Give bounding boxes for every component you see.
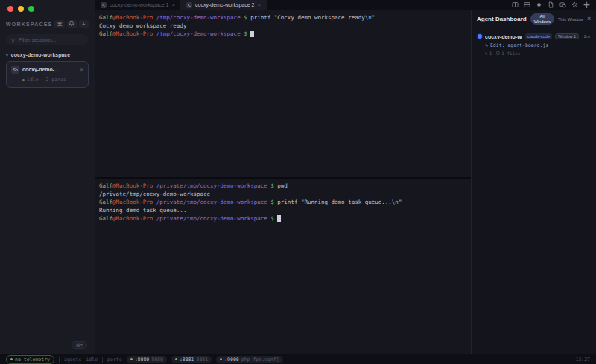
port-number: :9000 [224,357,239,363]
status-separator [102,357,103,363]
pencil-icon: ✎ [485,51,488,56]
port-badge-8081[interactable]: :8081 8081 [171,356,212,363]
workspaces-sidebar: WORKSPACES ⌘ + ▾ cocxy-demo-workspace Sh… [0,0,95,354]
agents-state: idle [86,357,98,363]
ports-label: ports [107,357,122,363]
port-badge-8080[interactable]: :8080 8080 [127,356,167,363]
zoom-window-button[interactable] [28,6,34,12]
close-session-icon[interactable]: × [80,67,83,73]
terminal-text-segment: Cocxy demo workspace ready [99,22,186,29]
edits-stat: ✎ 1 [485,51,492,56]
terminal-text-segment: @MacBook-Pro [112,199,153,205]
popout-window-button[interactable] [559,1,566,8]
terminal-line: Galf@MacBook-Pro /tmp/cocxy-demo-workspa… [99,30,471,38]
terminal-text-segment: @MacBook-Pro [112,14,153,21]
terminal-text-segment: Galf [99,199,112,205]
port-status-dot [220,358,222,360]
filter-sessions-box[interactable] [6,34,89,45]
theme-sun-button[interactable] [571,1,578,8]
close-window-button[interactable] [7,6,13,12]
terminal-text-segment: printf "Running demo task queue... [277,199,392,205]
terminal-cursor [277,215,281,222]
tab-close-icon[interactable]: × [257,2,261,8]
clock: 13:27 [575,357,590,363]
terminal-line: Cocxy demo workspace ready [99,22,471,30]
port-detail: 8081 [197,357,209,363]
terminal-cursor [250,31,254,37]
split-vertical-button[interactable] [512,1,519,8]
terminal-text-segment: pwd [277,182,288,189]
agent-list-item[interactable]: cocxy-demo-wo... claude-code Window 1 2m… [472,28,596,61]
agent-activity: Edit: agent-board.js [490,42,548,48]
filter-this-window-button[interactable]: This Window [558,17,583,22]
sidebar-footer: ⌘? [0,336,95,354]
agent-name: cocxy-demo-wo... [485,34,522,39]
document-button[interactable] [548,1,554,8]
tab-close-icon[interactable]: × [171,2,175,8]
agents-label: agents [64,357,81,363]
terminal-text-segment: @MacBook-Pro [112,215,153,222]
terminal-text-segment: /tmp/cocxy-demo-workspace [153,31,240,37]
session-card[interactable]: Sh cocxy-demo-... × idle · 2 panes [6,61,89,88]
minimize-window-button[interactable] [18,6,24,12]
close-panel-icon[interactable]: × [587,16,591,22]
terminal-text-segment: @MacBook-Pro [112,182,153,189]
port-badge-9000[interactable]: :9000 php-fpm.conf] [216,356,282,363]
terminal-text-segment: Galf [99,182,112,189]
telemetry-label: no telemetry [15,357,50,363]
record-icon[interactable] [536,1,542,8]
session-status: idle [27,77,39,83]
command-palette-button[interactable]: ⌘ [54,20,64,28]
shortcut-hint-badge[interactable]: ⌘? [72,341,87,349]
terminal-pane-bottom[interactable]: Galf@MacBook-Pro /private/tmp/cocxy-demo… [95,179,471,354]
notifications-button[interactable] [67,20,77,28]
session-panes-count: 2 panes [46,77,66,83]
tab-workspace-2[interactable]: cocxy-demo-workspace 2 × [181,0,267,10]
session-card-header: Sh cocxy-demo-... × [11,66,83,74]
agent-age: 2m [584,34,590,39]
idle-status-dot [22,79,25,81]
terminal-text-segment: /tmp/cocxy-demo-workspace [153,14,240,21]
window-controls [0,0,95,17]
tab-label: cocxy-demo-workspace 2 [195,2,254,7]
tab-label: cocxy-demo-workspace 1 [110,2,168,7]
terminal-text-segment: \n [365,14,372,21]
port-status-dot [130,358,133,360]
port-detail: php-fpm.conf] [241,357,279,363]
status-separator [59,357,60,363]
tab-bar-actions: + [512,0,596,10]
tab-bar: cocxy-demo-workspace 1 × cocxy-demo-work… [95,0,596,10]
terminal-text-segment: /private/tmp/cocxy-demo-workspace [153,215,267,222]
terminal-area: Galf@MacBook-Pro /tmp/cocxy-demo-workspa… [95,10,471,354]
filter-icon [10,33,16,46]
agent-item-header: cocxy-demo-wo... claude-code Window 1 2m [478,33,590,39]
terminal-text-segment: /private/tmp/cocxy-demo-workspace [99,191,210,197]
terminal-text-segment: " [399,199,402,205]
filter-all-windows-button[interactable]: All Windows [530,13,554,25]
workspace-group-row[interactable]: ▾ cocxy-demo-workspace [0,48,95,60]
terminal-text-segment: $ [241,14,251,21]
new-session-button[interactable]: + [79,20,89,28]
edit-icon: ✎ [485,42,488,48]
workspace-group-label: cocxy-demo-workspace [11,52,70,57]
edits-count: 1 [489,51,492,56]
agent-window-badge: Window 1 [555,33,579,39]
agent-dashboard-panel: Agent Dashboard All Windows This Window … [471,10,596,354]
terminal-line: Galf@MacBook-Pro /private/tmp/cocxy-demo… [99,214,471,223]
agent-dashboard-header: Agent Dashboard All Windows This Window … [472,10,596,28]
port-number: :8081 [180,357,194,363]
terminal-text-segment: printf "Cocxy demo workspace ready [250,14,365,21]
sidebar-header: WORKSPACES ⌘ + [0,17,95,31]
session-status-separator: · [41,77,44,83]
filter-sessions-input[interactable] [19,37,84,42]
terminal-text-segment: Galf [99,215,112,222]
telemetry-badge[interactable]: no telemetry [6,355,54,364]
split-horizontal-button[interactable] [524,1,530,8]
terminal-line: /private/tmp/cocxy-demo-workspace [99,190,471,198]
tab-workspace-1[interactable]: cocxy-demo-workspace 1 × [95,0,181,10]
terminal-text-segment: Running demo task queue... [99,207,186,214]
terminal-text-segment: Galf [99,14,112,21]
files-count: 1 files [501,51,520,56]
terminal-pane-top[interactable]: Galf@MacBook-Pro /tmp/cocxy-demo-workspa… [95,10,471,177]
port-status-dot [175,358,177,360]
